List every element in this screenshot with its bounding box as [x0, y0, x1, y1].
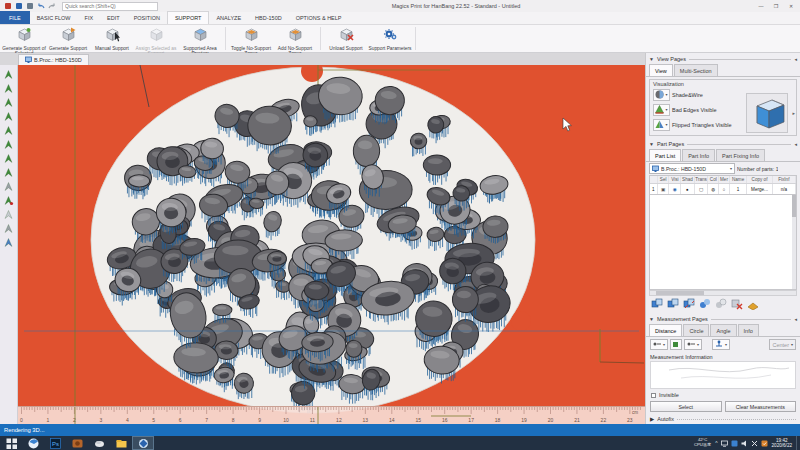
center-dropdown[interactable]: Center▾	[769, 339, 796, 350]
cube-expand-icon[interactable]: ▸	[792, 110, 795, 116]
hide-parts-icon[interactable]	[715, 298, 727, 311]
view-cube-widget[interactable]	[746, 93, 788, 133]
panel-collapse-icon[interactable]: ◂	[794, 141, 797, 147]
ribbon-tab-fix[interactable]: FIX	[78, 11, 101, 24]
select-checkbox[interactable]: ▣	[658, 184, 670, 194]
volume-icon[interactable]	[741, 440, 748, 447]
color-icon[interactable]: ◍	[708, 184, 719, 194]
quick-search-box[interactable]	[62, 2, 158, 11]
save-icon[interactable]	[26, 2, 34, 10]
close-icon[interactable]: ✕	[784, 1, 798, 11]
display-icon[interactable]	[721, 440, 728, 447]
swap-selection-icon[interactable]	[667, 298, 679, 311]
build-platform-scene[interactable]	[18, 65, 645, 424]
shaded-icon[interactable]: ●	[681, 184, 695, 194]
supported-area-preview-button[interactable]: Supported Area Preview	[178, 26, 222, 51]
ribbon-tab-edit[interactable]: EDIT	[100, 11, 127, 24]
column-header-Sel[interactable]: Sel	[658, 176, 670, 183]
rotate-tool-icon[interactable]	[2, 96, 15, 109]
undo-icon[interactable]	[37, 2, 45, 10]
clear-measurements-button[interactable]: Clear Measurements	[725, 401, 797, 412]
viewport-3d[interactable]: 01234567891011121314151617181920212223cm	[18, 65, 645, 424]
import-part-icon[interactable]	[2, 68, 15, 81]
measure-point-dropdown[interactable]: ▾	[650, 339, 668, 350]
scale-tool-icon[interactable]	[2, 110, 15, 123]
flipped-triangles-icon-button[interactable]: ▾	[653, 119, 670, 131]
ribbon-tab-file[interactable]: FILE	[0, 11, 30, 24]
remove-part-icon[interactable]	[731, 298, 743, 311]
column-header-Trans[interactable]: Trans	[695, 176, 709, 183]
tab-part-list[interactable]: Part List	[649, 149, 681, 161]
transparent-icon[interactable]: ▢	[695, 184, 709, 194]
new-document-icon[interactable]	[15, 2, 23, 10]
measure-target-dropdown[interactable]: ▾	[684, 339, 702, 350]
invert-selection-icon[interactable]	[683, 298, 695, 311]
media-app-icon[interactable]	[66, 436, 88, 450]
ribbon-tab-basic-flow[interactable]: BASIC FLOW	[30, 11, 78, 24]
manual-support-button[interactable]: Manual Support	[90, 26, 134, 51]
marked-shell-icon[interactable]	[2, 222, 15, 235]
unload-support-button[interactable]: Unload Support	[324, 26, 368, 51]
visible-eye-icon[interactable]: ◉	[669, 184, 681, 194]
chat-app-icon[interactable]	[731, 440, 738, 447]
rescale-tool-icon[interactable]	[2, 166, 15, 179]
autofix-header[interactable]: ▶ Autofix	[646, 413, 800, 424]
generate-support-button[interactable]: Generate Support	[46, 26, 90, 51]
photoshop-icon[interactable]: Ps	[44, 436, 66, 450]
browser-icon[interactable]	[22, 436, 44, 450]
column-header-Visi[interactable]: Visi	[669, 176, 681, 183]
show-parts-icon[interactable]	[699, 298, 711, 311]
bad-edges-icon-button[interactable]: ▾	[653, 104, 670, 116]
magics-app-icon[interactable]	[132, 436, 154, 450]
measure-mode-button[interactable]	[670, 339, 682, 350]
column-header-Copy of[interactable]: Copy of	[747, 176, 772, 183]
column-header-FixInf[interactable]: FixInf	[773, 176, 796, 183]
panel-collapse-icon[interactable]: ◂	[794, 56, 797, 62]
start-icon[interactable]	[0, 436, 22, 450]
add-no-support-zones-button[interactable]: Add No-Support Zones	[273, 26, 317, 51]
marked-triangles-icon[interactable]	[2, 180, 15, 193]
ribbon-tab-options-help[interactable]: OPTIONS & HELP	[289, 11, 349, 24]
measurement-pages-header[interactable]: ▼ Measurement Pages ◂	[646, 313, 800, 324]
merge-icon[interactable]: ○	[719, 184, 730, 194]
duplicate-tool-icon[interactable]	[2, 138, 15, 151]
tab-info[interactable]: Info	[738, 324, 759, 336]
tab-angle[interactable]: Angle	[710, 324, 736, 336]
select-parts-icon[interactable]	[651, 298, 663, 311]
redo-icon[interactable]	[48, 2, 56, 10]
tray-expand-icon[interactable]: ^	[715, 440, 717, 446]
delete-marked-icon[interactable]	[2, 194, 15, 207]
ribbon-tab-position[interactable]: POSITION	[127, 11, 167, 24]
generate-support-of-selected-button[interactable]: Generate Support of Selected	[2, 26, 46, 51]
cpu-temp-widget[interactable]: 42°C CPU温度	[694, 438, 711, 447]
measure-snap-dropdown[interactable]: ▾	[712, 339, 730, 350]
support-parameters-button[interactable]: Support Parameters	[368, 26, 412, 51]
platform-icon[interactable]	[747, 298, 759, 311]
column-header-Shad[interactable]: Shad	[681, 176, 695, 183]
tab-view[interactable]: View	[649, 64, 673, 76]
table-row[interactable]: 1▣◉●▢◍○1Merge...n/a	[650, 184, 796, 194]
part-list-body[interactable]	[649, 195, 797, 290]
ribbon-tab-analyze[interactable]: ANALYZE	[209, 11, 248, 24]
import-icon[interactable]	[4, 2, 12, 10]
column-header-Mer[interactable]: Mer	[719, 176, 730, 183]
ribbon-tab-hbd-150d[interactable]: HBD-150D	[248, 11, 289, 24]
column-header-index[interactable]	[650, 176, 658, 183]
shade-wire-icon-button[interactable]: ▾	[653, 89, 670, 101]
to-platform-tool-icon[interactable]	[2, 152, 15, 165]
marked-plane-icon[interactable]	[2, 208, 15, 221]
vertical-scrollbar[interactable]	[792, 195, 796, 289]
show-desktop-button[interactable]	[796, 436, 799, 450]
tab-multi-section[interactable]: Multi-Section	[674, 64, 718, 76]
column-header-Col[interactable]: Col	[708, 176, 719, 183]
maximize-icon[interactable]: ❐	[769, 1, 783, 11]
taskbar-clock[interactable]: 19:42 2020/6/22	[772, 438, 792, 448]
tab-distance[interactable]: Distance	[649, 324, 682, 336]
invisible-checkbox[interactable]	[651, 393, 656, 398]
horizontal-scrollbar[interactable]	[649, 290, 797, 296]
capture-app-icon[interactable]	[88, 436, 110, 450]
mirror-tool-icon[interactable]	[2, 124, 15, 137]
ribbon-tab-support[interactable]: SUPPORT	[167, 11, 210, 24]
input-method-icon[interactable]	[751, 440, 758, 447]
scene-selector-dropdown[interactable]: B.Proc.: HBD-150D ▾	[649, 163, 735, 174]
